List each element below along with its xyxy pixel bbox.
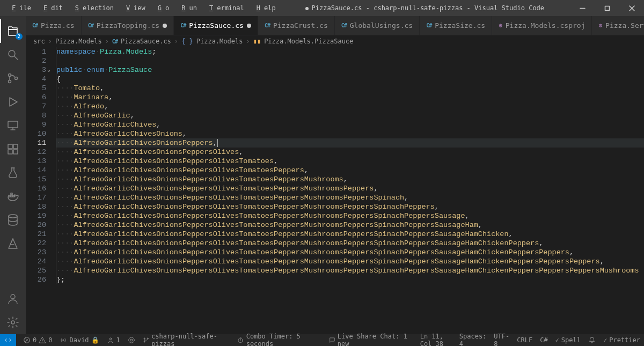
code-line[interactable]: ····AlfredoGarlicChivesOnionsPeppersOliv… (56, 175, 644, 184)
tab-pizza-models-csproj[interactable]: ⚙Pizza.Models.csproj (492, 16, 592, 35)
code-line[interactable]: ····AlfredoGarlicChivesOnionsPeppersOliv… (56, 157, 644, 166)
tab-pizzatopping-cs[interactable]: C#PizzaTopping.cs (82, 16, 174, 35)
code-line[interactable]: ····AlfredoGarlicChivesOnionsPeppersOliv… (56, 193, 644, 202)
code-line[interactable]: ····Tomato, (56, 84, 644, 93)
code-line[interactable]: ····AlfredoGarlicChivesOnionsPeppers, (56, 138, 644, 148)
code-line[interactable]: public·enum·PizzaSauce (56, 65, 644, 75)
spell-status[interactable]: ✓Spell (552, 334, 584, 346)
line-number[interactable]: 20 (26, 220, 46, 230)
line-number[interactable]: 5 (26, 84, 46, 93)
azure-button[interactable] (0, 232, 26, 255)
code-line[interactable]: ····AlfredoGarlicChivesOnionsPeppersOliv… (56, 257, 644, 266)
line-number[interactable]: 7 (26, 102, 46, 111)
line-number[interactable]: 14 (26, 166, 46, 175)
tab-pizzacrust-cs[interactable]: C#PizzaCrust.cs (258, 16, 335, 35)
code-line[interactable]: ····Alfredo, (56, 102, 644, 111)
line-number[interactable]: 4 (26, 75, 46, 84)
menu-run[interactable]: Run (174, 2, 201, 14)
line-number[interactable]: 24 (26, 257, 46, 266)
code-line[interactable]: ····AlfredoGarlicChivesOnionsPeppersOliv… (56, 230, 644, 239)
line-number[interactable]: 15 (26, 175, 46, 184)
code-body[interactable]: namespace·Pizza.Models;public·enum·Pizza… (56, 47, 644, 334)
broadcast-status[interactable]: David 🔒 (56, 334, 103, 346)
menu-selection[interactable]: Selection (68, 2, 118, 14)
code-line[interactable]: ····AlfredoGarlicChivesOnionsPeppersOliv… (56, 202, 644, 211)
line-number[interactable]: 9 (26, 120, 46, 129)
code-line[interactable]: ····AlfredoGarlic, (56, 111, 644, 120)
menu-view[interactable]: View (119, 2, 149, 14)
line-number[interactable]: 11 (26, 138, 46, 148)
line-number[interactable]: 25 (26, 266, 46, 275)
code-line[interactable]: namespace·Pizza.Models; (56, 47, 644, 56)
code-line[interactable]: ····AlfredoGarlicChivesOnionsPeppersOliv… (56, 211, 644, 220)
line-number[interactable]: 22 (26, 239, 46, 248)
source-control-button[interactable] (0, 67, 26, 90)
settings-gear-button[interactable] (0, 311, 26, 334)
combo-timer-status[interactable]: Combo Timer: 5 seconds (233, 334, 325, 346)
code-line[interactable]: ····AlfredoGarlicChivesOnionsPeppersOliv… (56, 148, 644, 157)
live-share-chat-status[interactable]: Live Share Chat: 1 new (325, 334, 416, 346)
code-line[interactable]: ····AlfredoGarlicChivesOnionsPeppersOliv… (56, 220, 644, 230)
remote-indicator[interactable] (0, 334, 16, 346)
line-number[interactable]: 3 (26, 65, 46, 75)
indent-status[interactable]: Spaces: 4 (456, 334, 491, 346)
code-line[interactable]: ····AlfredoGarlicChivesOnions, (56, 129, 644, 138)
testing-button[interactable] (0, 161, 26, 185)
docker-button[interactable] (0, 185, 26, 208)
run-debug-button[interactable] (0, 90, 26, 114)
live-share-people[interactable]: 1 (103, 334, 124, 346)
problems-button[interactable]: 0 0 (19, 334, 56, 346)
menu-help[interactable]: Help (249, 2, 280, 14)
code-line[interactable]: ····AlfredoGarlicChivesOnionsPeppersOliv… (56, 184, 644, 193)
breadcrumb[interactable]: src› Pizza.Models› C# PizzaSauce.cs› { }… (26, 35, 644, 47)
line-number[interactable]: 19 (26, 211, 46, 220)
line-number[interactable]: 13 (26, 157, 46, 166)
code-line[interactable]: ····AlfredoGarlicChivesOnionsPeppersOliv… (56, 248, 644, 257)
eol-status[interactable]: CRLF (513, 334, 536, 346)
explorer-button[interactable]: 2 (0, 19, 26, 43)
encoding-status[interactable]: UTF-8 (490, 334, 513, 346)
tab-globalusings-cs[interactable]: C#GlobalUsings.cs (335, 16, 420, 35)
code-line[interactable] (56, 56, 644, 65)
line-number[interactable]: 8 (26, 111, 46, 120)
code-line[interactable]: ····AlfredoGarlicChives, (56, 120, 644, 129)
line-number[interactable]: 17 (26, 193, 46, 202)
prettier-status[interactable]: ✓Prettier (599, 334, 644, 346)
line-number[interactable]: 2 (26, 56, 46, 65)
branch-status[interactable]: csharp-null-safe-pizzas (139, 334, 234, 346)
line-number[interactable]: 21 (26, 230, 46, 239)
tab-pizzasauce-cs[interactable]: C#PizzaSauce.cs (174, 16, 258, 35)
line-number[interactable]: 1 (26, 47, 46, 56)
code-line[interactable]: ····AlfredoGarlicChivesOnionsPeppersOliv… (56, 166, 644, 175)
menu-go[interactable]: Go (150, 2, 173, 14)
menu-file[interactable]: File (4, 2, 35, 14)
maximize-button[interactable] (595, 0, 619, 16)
line-number[interactable]: 23 (26, 248, 46, 257)
line-number[interactable]: 18 (26, 202, 46, 211)
code-line[interactable]: ····AlfredoGarlicChivesOnionsPeppersOliv… (56, 239, 644, 248)
menu-terminal[interactable]: Terminal (202, 2, 248, 14)
line-number[interactable]: 12 (26, 148, 46, 157)
remote-explorer-button[interactable] (0, 114, 26, 137)
stop-button[interactable] (124, 334, 139, 346)
code-line[interactable]: ····AlfredoGarlicChivesOnionsPeppersOliv… (56, 266, 644, 275)
line-number[interactable]: 6 (26, 93, 46, 102)
accounts-button[interactable] (0, 287, 26, 311)
search-button[interactable] (0, 43, 26, 67)
code-line[interactable]: }; (56, 275, 644, 284)
database-button[interactable] (0, 208, 26, 232)
extensions-button[interactable] (0, 137, 26, 161)
cursor-position[interactable]: Ln 11, Col 38 (416, 334, 456, 346)
tab-pizza-cs[interactable]: C#Pizza.cs (26, 16, 82, 35)
editor[interactable]: 1234567891011121314151617181920212223242… (26, 47, 644, 334)
line-number[interactable]: 10 (26, 129, 46, 138)
line-number[interactable]: 26 (26, 275, 46, 284)
line-number[interactable]: 16 (26, 184, 46, 193)
tab-pizzasize-cs[interactable]: C#PizzaSize.cs (420, 16, 492, 35)
menu-edit[interactable]: Edit (36, 2, 67, 14)
minimize-button[interactable] (570, 0, 595, 16)
close-button[interactable] (619, 0, 644, 16)
fold-toggle[interactable]: ⌄ (47, 65, 50, 75)
tab-pizza-service-csproj[interactable]: ⚙Pizza.Service.csproj (592, 16, 644, 35)
notifications-button[interactable] (584, 334, 599, 346)
